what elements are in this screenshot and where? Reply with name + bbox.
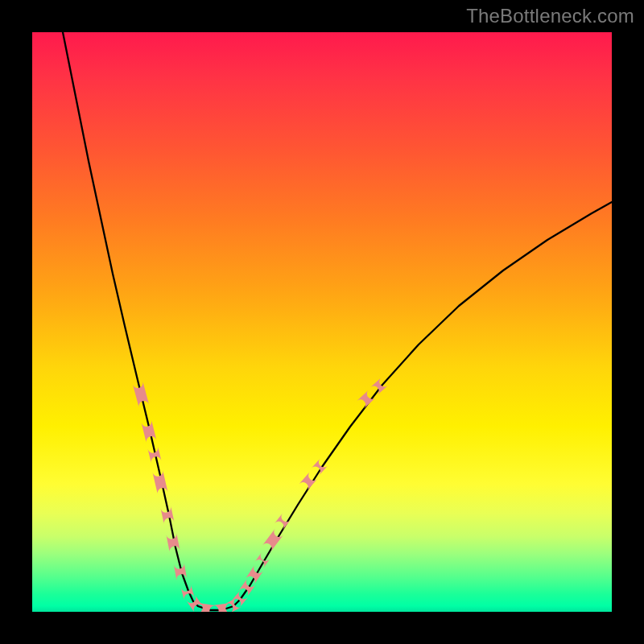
curve-right-branch bbox=[233, 202, 612, 606]
marker-layer bbox=[133, 378, 388, 612]
data-marker bbox=[299, 472, 318, 491]
plot-area bbox=[32, 32, 612, 612]
curve-layer bbox=[32, 32, 612, 612]
data-marker bbox=[275, 514, 291, 530]
data-marker bbox=[357, 390, 375, 408]
watermark-label: TheBottleneck.com bbox=[466, 5, 634, 27]
curve-left-branch bbox=[63, 32, 198, 606]
data-marker bbox=[133, 382, 149, 407]
chart-frame: TheBottleneck.com bbox=[0, 0, 644, 644]
